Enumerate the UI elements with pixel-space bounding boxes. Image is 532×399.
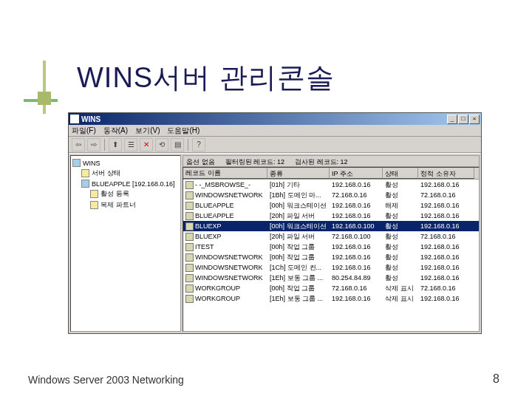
status-icon (81, 169, 89, 177)
record-icon (185, 212, 194, 220)
maximize-button[interactable]: □ (458, 115, 468, 124)
menu-help[interactable]: 도움말(H) (167, 126, 200, 136)
content-area: WINS 서버 상태 BLUEAPPLE [192.168.0.16] 활성 등… (69, 153, 481, 333)
list-body: - -_MSBROWSE_-[01h] 기타192.168.0.16활성192.… (183, 180, 479, 331)
filtered-count: 필터링된 레코드: 12 (225, 157, 285, 165)
col-ip[interactable]: IP 주소 (330, 168, 383, 179)
table-row[interactable]: WORKGROUP[00h] 작업 그룹72.168.0.16삭제 표시72.1… (183, 283, 479, 293)
scanned-count: 검사된 레코드: 12 (295, 157, 348, 165)
col-state[interactable]: 상태 (383, 168, 418, 179)
window-title: WINS (81, 115, 446, 123)
col-name[interactable]: 레코드 이름 (183, 168, 267, 179)
record-icon (185, 222, 194, 231)
up-button[interactable]: ⬆ (109, 138, 122, 151)
table-row[interactable]: WINDOWSNETWORK[1Eh] 보통 그룹 ...80.254.84.8… (183, 273, 479, 283)
col-owner[interactable]: 정적 소유자 (418, 168, 474, 179)
refresh-button[interactable]: ⟲ (155, 138, 168, 151)
table-row[interactable]: WINDOWSNETWORK[00h] 작업 그룹192.168.0.16활성1… (183, 252, 479, 262)
table-row[interactable]: WORKGROUP[1Eh] 보통 그룹 ...192.168.0.16삭제 표… (183, 293, 479, 304)
table-row[interactable]: BLUEAPPLE[20h] 파일 서버192.168.0.16활성192.16… (183, 211, 479, 221)
menu-action[interactable]: 동작(A) (103, 126, 128, 136)
minimize-button[interactable]: _ (447, 115, 457, 124)
list-header: 레코드 이름 종류 IP 주소 상태 정적 소유자 (183, 168, 479, 180)
menu-view[interactable]: 보기(V) (135, 126, 160, 136)
tree-root[interactable]: WINS (72, 158, 179, 168)
record-icon (185, 243, 194, 251)
tree-active-reg[interactable]: 활성 등록 (72, 188, 179, 200)
props-button[interactable]: ☰ (124, 138, 137, 151)
tree-panel[interactable]: WINS 서버 상태 BLUEAPPLE [192.168.0.16] 활성 등… (70, 155, 181, 332)
export-button[interactable]: ▤ (171, 138, 184, 151)
table-row[interactable]: BLUEAPPLE[00h] 워크스테이션192.168.0.16해제192.1… (183, 200, 479, 211)
record-icon (185, 295, 194, 303)
app-icon (70, 115, 79, 123)
toolbar-sep (104, 139, 105, 151)
record-icon (185, 181, 194, 189)
tree-server[interactable]: BLUEAPPLE [192.168.0.16] (72, 179, 179, 188)
footer-left: Windows Server 2003 Networking (28, 374, 184, 386)
table-row[interactable]: BLUEXP[00h] 워크스테이션192.168.0.100활성192.168… (183, 221, 479, 231)
wins-window: WINS _ □ × 파일(F) 동작(A) 보기(V) 도움말(H) ⇦ ⇨ … (68, 112, 482, 334)
close-button[interactable]: × (469, 115, 480, 124)
menu-file[interactable]: 파일(F) (72, 126, 96, 136)
table-row[interactable]: WINDOWSNETWORK[1Bh] 도메인 마...72.168.0.16활… (183, 190, 479, 200)
decor-vertical (43, 61, 46, 114)
forward-button[interactable]: ⇨ (87, 138, 100, 151)
record-icon (185, 202, 194, 210)
slide-title: WINS서버 관리콘솔 (77, 59, 335, 97)
record-icon (185, 191, 194, 200)
titlebar[interactable]: WINS _ □ × (69, 113, 481, 125)
help-button[interactable]: ? (192, 138, 205, 151)
table-row[interactable]: WINDOWSNETWORK[1Ch] 도메인 컨...192.168.0.16… (183, 262, 479, 273)
page-number: 8 (493, 372, 499, 386)
col-type[interactable]: 종류 (267, 168, 330, 179)
back-button[interactable]: ⇦ (72, 138, 85, 151)
menubar: 파일(F) 동작(A) 보기(V) 도움말(H) (69, 125, 481, 137)
record-icon (185, 274, 194, 282)
right-panel: 옵션 없음 필터링된 레코드: 12 검사된 레코드: 12 레코드 이름 종류… (183, 155, 480, 332)
record-icon (185, 264, 194, 272)
table-row[interactable]: - -_MSBROWSE_-[01h] 기타192.168.0.16활성192.… (183, 180, 479, 190)
record-icon (185, 253, 194, 262)
filter-label: 옵션 없음 (186, 157, 215, 165)
record-icon (185, 284, 194, 293)
delete-button[interactable]: ✕ (140, 138, 153, 151)
decor-square (38, 92, 51, 105)
tree-server-status[interactable]: 서버 상태 (72, 168, 179, 179)
folder-icon (90, 201, 98, 209)
toolbar-sep (188, 139, 188, 151)
record-list[interactable]: 레코드 이름 종류 IP 주소 상태 정적 소유자 - -_MSBROWSE_-… (183, 167, 480, 332)
server-icon (81, 180, 89, 188)
toolbar: ⇦ ⇨ ⬆ ☰ ✕ ⟲ ▤ ? (69, 137, 481, 153)
table-row[interactable]: ITEST[00h] 작업 그룹192.168.0.16활성192.168.0.… (183, 242, 479, 252)
filter-status: 옵션 없음 필터링된 레코드: 12 검사된 레코드: 12 (183, 155, 480, 167)
tree-replication[interactable]: 복제 파트너 (72, 200, 179, 211)
wins-icon (72, 159, 81, 167)
record-icon (185, 233, 194, 241)
folder-icon (90, 190, 98, 198)
table-row[interactable]: BLUEXP[20h] 파일 서버72.168.0.100활성72.168.0.… (183, 231, 479, 242)
